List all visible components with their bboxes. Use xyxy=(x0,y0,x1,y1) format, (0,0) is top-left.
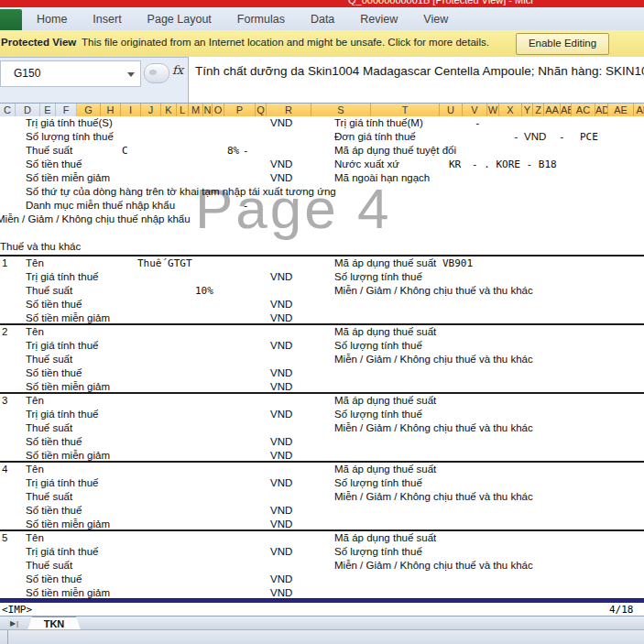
section-other-taxes: Thuế và thu khác xyxy=(0,240,644,254)
column-header-L[interactable]: L xyxy=(177,104,189,117)
column-header-F[interactable]: F xyxy=(56,104,77,117)
tab-page-layout[interactable]: Page Layout xyxy=(135,13,224,26)
column-header-Y[interactable]: Y xyxy=(522,104,533,117)
cell-unit: VND xyxy=(270,172,292,183)
cell-label: Mã áp dụng thuế tuyệt đối xyxy=(334,145,456,156)
column-header-R[interactable]: R xyxy=(267,104,311,117)
column-header-D[interactable]: D xyxy=(16,104,40,117)
tab-formulas[interactable]: Formulas xyxy=(224,13,298,26)
cell-label: Thuế suất xyxy=(26,145,72,156)
column-header-AA[interactable]: AA xyxy=(544,104,561,117)
tab-review[interactable]: Review xyxy=(347,13,410,26)
cell-label: Số tiền miễn giảm xyxy=(26,172,110,183)
cell-unit: VND xyxy=(270,518,292,529)
column-header-J[interactable]: J xyxy=(141,104,161,117)
tax-item-1: 1TênThuế GTGTMã áp dụng thuế suấtVB901 T… xyxy=(0,255,644,323)
cell-label: Thuế suất xyxy=(26,285,72,296)
tab-insert[interactable]: Insert xyxy=(80,13,134,26)
cell-value: C xyxy=(122,145,128,157)
column-header-H[interactable]: H xyxy=(101,104,121,117)
ribbon-tabs: Home Insert Page Layout Formulas Data Re… xyxy=(24,7,461,30)
cell-value: - xyxy=(243,200,249,212)
cell-label: Thuế suất xyxy=(26,354,72,365)
name-box-value: G150 xyxy=(14,67,40,80)
insert-function-icon[interactable]: fx xyxy=(172,63,183,77)
column-header-X[interactable]: X xyxy=(499,104,522,117)
name-box[interactable]: G150 xyxy=(0,60,141,87)
cell-label: Mã áp dụng thuế suất xyxy=(334,395,436,406)
cell-label: Đơn giá tính thuế xyxy=(334,131,416,142)
column-header-P[interactable]: P xyxy=(224,104,256,117)
cell-label: Số tiền miễn giảm xyxy=(26,312,110,323)
column-header-U[interactable]: U xyxy=(440,104,463,117)
column-header-C[interactable]: C xyxy=(0,104,16,117)
column-header-S[interactable]: S xyxy=(311,104,371,117)
cell-label: Số lượng tính thuế xyxy=(334,340,422,351)
row-exemption-list: Danh mục miễn thuế nhập khẩu - xyxy=(0,199,644,213)
cell-label: Miễn / Giảm / Không chịu thuế nhập khẩu xyxy=(0,213,191,224)
cell-label: Miễn / Giảm / Không chịu thuế và thu khá… xyxy=(334,422,533,433)
column-header-AE[interactable]: AE xyxy=(608,104,634,117)
column-header-N[interactable]: N xyxy=(203,104,213,117)
tax-item-3: 3TênMã áp dụng thuế suất Trị giá tính th… xyxy=(0,392,644,461)
sheet-nav-last-icon[interactable]: ▶| xyxy=(5,617,25,629)
row-tax-amount: Số tiền thuế VND Nước xuất xứ KR - . KOR… xyxy=(0,158,644,171)
cell-label: Số tiền thuế xyxy=(26,436,82,447)
column-header-G[interactable]: G xyxy=(77,104,101,117)
cell-unit: VND xyxy=(270,158,292,169)
row-taxable-value-s: Trị giá tính thuế(S) VND Trị giá tính th… xyxy=(0,116,644,130)
cell-label: Miễn / Giảm / Không chịu thuế và thu khá… xyxy=(334,560,533,571)
sheet-tab-tkn[interactable]: TKN xyxy=(27,617,81,630)
column-header-AC[interactable]: AC xyxy=(572,104,595,117)
cell-label: Trị giá tính thuế xyxy=(26,271,98,282)
column-header-V[interactable]: V xyxy=(463,104,487,117)
column-header-AF[interactable]: AF xyxy=(634,104,644,117)
cell-unit: VND xyxy=(270,573,292,584)
cell-label: Tên xyxy=(26,464,44,475)
tab-view[interactable]: View xyxy=(410,13,461,26)
name-box-dropdown-icon[interactable] xyxy=(127,72,135,77)
ribbon-tab-strip: Home Insert Page Layout Formulas Data Re… xyxy=(0,7,644,31)
column-header-AD[interactable]: AD xyxy=(595,104,608,117)
worksheet-grid[interactable]: Page 4 Trị giá tính thuế(S) VND Trị giá … xyxy=(0,116,644,616)
cell-value: 8% xyxy=(227,145,239,157)
cell-label: Số tiền thuế xyxy=(26,573,82,584)
cell-label: Miễn / Giảm / Không chịu thuế và thu khá… xyxy=(334,354,533,365)
column-header-Q[interactable]: Q xyxy=(256,104,267,117)
cell-unit: VND xyxy=(270,312,292,323)
horizontal-scrollbar[interactable] xyxy=(0,629,644,644)
page-break-line xyxy=(0,598,644,603)
cell-label: Tên xyxy=(26,532,44,543)
column-header-T[interactable]: T xyxy=(371,104,440,117)
protected-view-message: This file originated from an Internet lo… xyxy=(82,37,489,48)
column-header-E[interactable]: E xyxy=(40,104,56,117)
cell-unit: VND xyxy=(270,271,292,282)
cell-unit: VND xyxy=(270,477,292,488)
tab-home[interactable]: Home xyxy=(24,13,80,26)
cell-label: Danh mục miễn thuế nhập khẩu xyxy=(26,200,175,211)
tax-item-5: 5TênMã áp dụng thuế suất Trị giá tính th… xyxy=(0,529,644,598)
column-header-Z[interactable]: Z xyxy=(533,104,544,117)
column-header-W[interactable]: W xyxy=(487,104,499,117)
cell-value: - xyxy=(513,131,519,143)
file-tab[interactable] xyxy=(0,9,22,30)
cell-label: Trị giá tính thuế xyxy=(26,409,98,420)
enable-editing-button[interactable]: Enable Editing xyxy=(516,33,609,55)
protected-view-label: Protected View xyxy=(1,37,76,48)
column-header-M[interactable]: M xyxy=(189,104,203,117)
formula-input[interactable]: Tính chất dưỡng da Skin1004 Madagascar C… xyxy=(189,57,644,87)
cell-unit: VND xyxy=(270,299,292,310)
excel-window: Q_00000000001B [Protected View] - Micr H… xyxy=(0,0,644,644)
cell-label: Số thứ tự của dòng hàng trên tờ khai tạm… xyxy=(26,186,336,197)
column-header-K[interactable]: K xyxy=(161,104,177,117)
row-taxable-quantity: Số lượng tính thuế Đơn giá tính thuế - V… xyxy=(0,130,644,144)
cell-label: Số lượng tính thuế xyxy=(334,477,422,488)
row-import-exemption: Miễn / Giảm / Không chịu thuế nhập khẩu xyxy=(0,213,644,226)
cell-label: Mã áp dụng thuế suất xyxy=(334,257,436,268)
column-header-AB[interactable]: AB xyxy=(561,104,572,117)
column-header-O[interactable]: O xyxy=(213,104,224,117)
cell-label: Miễn / Giảm / Không chịu thuế và thu khá… xyxy=(334,491,533,502)
title-bar: Q_00000000001B [Protected View] - Micr xyxy=(0,0,644,7)
tab-data[interactable]: Data xyxy=(298,13,347,26)
column-header-I[interactable]: I xyxy=(121,104,141,117)
